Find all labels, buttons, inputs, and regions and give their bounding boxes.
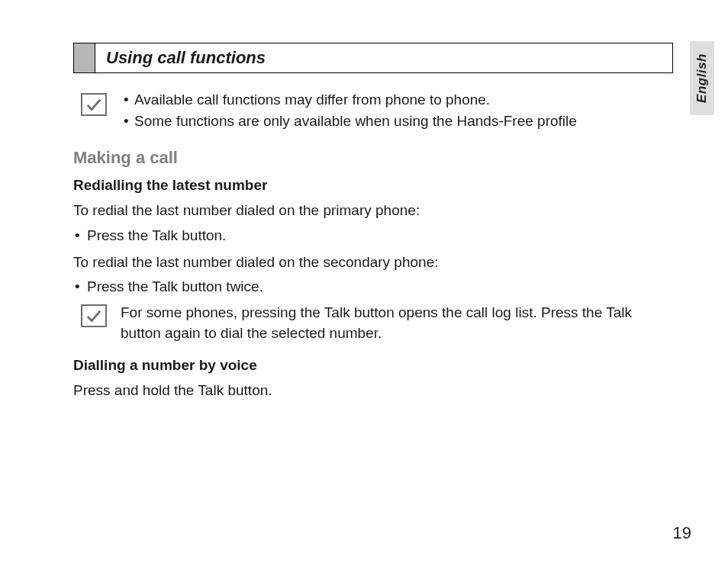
checkmark-icon: [81, 304, 107, 327]
body-text: To redial the last number dialed on the …: [73, 200, 673, 221]
step-item: Press the Talk button twice.: [73, 278, 673, 295]
note-list: Available call functions may differ from…: [124, 92, 577, 134]
body-text: To redial the last number dialed on the …: [73, 252, 673, 273]
section-header: Using call functions: [73, 43, 673, 73]
page-number: 19: [673, 523, 691, 543]
note-item: Available call functions may differ from…: [124, 92, 577, 108]
manual-page: English Using call functions Available c…: [0, 0, 728, 566]
step-item: Press the Talk button.: [73, 227, 673, 244]
section-header-accent: [74, 43, 95, 72]
language-tab: English: [690, 41, 714, 115]
step-list: Press the Talk button twice.: [73, 278, 673, 295]
heading-making-a-call: Making a call: [73, 148, 673, 168]
body-text: Press and hold the Talk button.: [73, 380, 673, 401]
note-block-mid: For some phones, pressing the Talk butto…: [81, 303, 673, 343]
checkmark-icon: [81, 93, 107, 116]
heading-redialling: Redialling the latest number: [73, 177, 673, 194]
note-text: For some phones, pressing the Talk butto…: [121, 303, 673, 343]
note-block-top: Available call functions may differ from…: [81, 92, 673, 134]
note-item: Some functions are only available when u…: [124, 113, 577, 130]
heading-dialling-voice: Dialling a number by voice: [73, 357, 673, 374]
step-list: Press the Talk button.: [73, 227, 673, 244]
section-title: Using call functions: [95, 43, 276, 72]
